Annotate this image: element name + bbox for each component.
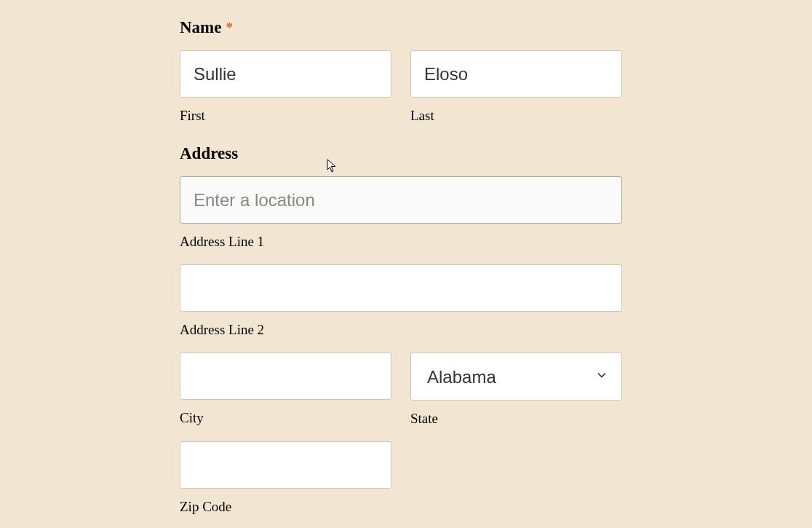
first-name-input[interactable] — [180, 50, 391, 98]
state-col: Alabama State — [410, 352, 622, 427]
required-asterisk-icon: * — [226, 20, 233, 36]
address-line1-wrap: Address Line 1 — [180, 176, 622, 250]
city-state-row: City Alabama State — [180, 352, 622, 427]
state-select[interactable]: Alabama — [410, 352, 622, 401]
city-col: City — [180, 352, 391, 427]
last-name-input[interactable] — [410, 50, 622, 98]
city-input[interactable] — [180, 352, 391, 400]
first-name-col: First — [180, 50, 391, 124]
address-line2-sublabel: Address Line 2 — [180, 322, 622, 338]
address-label-text: Address — [180, 144, 238, 163]
form-container: Name * First Last Address Address Line 1… — [180, 18, 622, 515]
address-line1-input[interactable] — [180, 176, 622, 224]
address-line2-input[interactable] — [180, 264, 622, 312]
name-label-text: Name — [180, 18, 221, 37]
state-select-wrapper: Alabama — [410, 352, 622, 401]
zip-input[interactable] — [180, 441, 391, 489]
state-sublabel: State — [410, 411, 622, 427]
address-line1-sublabel: Address Line 1 — [180, 234, 622, 250]
last-name-sublabel: Last — [410, 108, 622, 124]
address-group-label: Address — [180, 144, 622, 163]
zip-wrap: Zip Code — [180, 441, 391, 515]
name-row: First Last — [180, 50, 622, 124]
last-name-col: Last — [410, 50, 622, 124]
name-group-label: Name * — [180, 18, 622, 37]
first-name-sublabel: First — [180, 108, 391, 124]
address-line2-wrap: Address Line 2 — [180, 264, 622, 338]
address-field-group: Address Address Line 1 Address Line 2 Ci… — [180, 144, 622, 515]
city-sublabel: City — [180, 410, 391, 426]
zip-sublabel: Zip Code — [180, 499, 391, 515]
name-field-group: Name * First Last — [180, 18, 622, 124]
